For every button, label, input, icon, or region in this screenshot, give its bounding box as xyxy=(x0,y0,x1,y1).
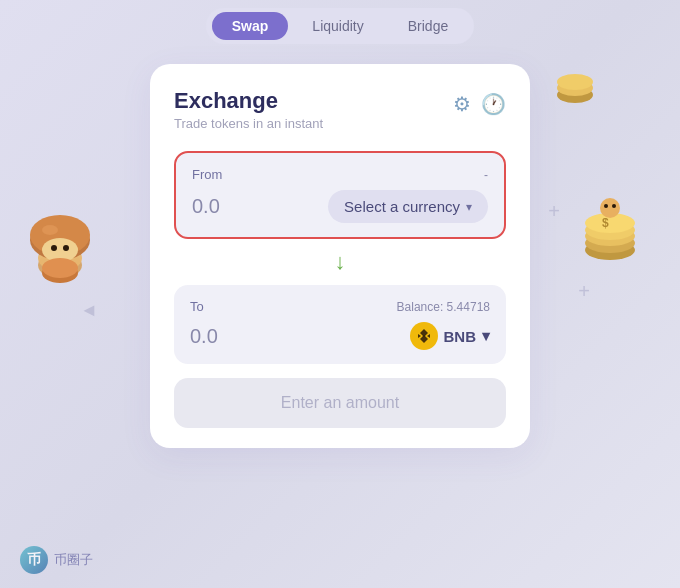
arrow-down-icon: ↓ xyxy=(335,249,346,275)
svg-point-8 xyxy=(42,263,78,283)
bnb-chevron: ▾ xyxy=(482,327,490,345)
card-icons: ⚙ 🕐 xyxy=(453,92,506,116)
svg-point-16 xyxy=(600,198,620,218)
swap-arrow-container: ↓ xyxy=(174,249,506,275)
svg-point-21 xyxy=(557,74,593,90)
svg-point-12 xyxy=(585,226,635,246)
history-icon: 🕐 xyxy=(481,92,506,116)
from-dash: - xyxy=(484,168,488,182)
to-panel: To Balance: 5.44718 0.0 BNB ▾ xyxy=(174,285,506,364)
svg-point-3 xyxy=(30,215,90,255)
svg-point-13 xyxy=(585,220,635,240)
swap-direction-button[interactable]: ↓ xyxy=(335,249,346,275)
from-value: 0.0 xyxy=(192,195,220,218)
svg-point-5 xyxy=(51,245,57,251)
balance-label: Balance: 5.44718 xyxy=(397,300,490,314)
svg-marker-23 xyxy=(420,335,428,343)
settings-icon: ⚙ xyxy=(453,92,471,116)
from-panel: From - 0.0 Select a currency ▾ xyxy=(174,151,506,239)
to-label: To xyxy=(190,299,204,314)
coin-left-deco xyxy=(20,180,100,294)
settings-button[interactable]: ⚙ xyxy=(453,92,471,116)
exchange-card: Exchange Trade tokens in an instant ⚙ 🕐 … xyxy=(150,64,530,448)
bnb-icon xyxy=(410,322,438,350)
svg-point-17 xyxy=(604,204,608,208)
svg-point-20 xyxy=(557,80,593,96)
bnb-label: BNB xyxy=(444,328,477,345)
to-row: 0.0 BNB ▾ xyxy=(190,322,490,350)
svg-point-6 xyxy=(63,245,69,251)
select-currency-label: Select a currency xyxy=(344,198,460,215)
card-subtitle: Trade tokens in an instant xyxy=(174,116,323,131)
card-title: Exchange xyxy=(174,88,323,114)
tab-bridge[interactable]: Bridge xyxy=(388,12,468,40)
arrow-left-deco: ◄ xyxy=(80,300,98,321)
coin-right-deco: $ xyxy=(560,180,650,284)
plus-deco-1: + xyxy=(548,200,560,223)
svg-marker-25 xyxy=(427,334,430,338)
svg-text:$: $ xyxy=(602,216,609,230)
watermark-icon: 币 xyxy=(20,546,48,574)
svg-point-1 xyxy=(38,244,82,272)
svg-point-10 xyxy=(585,240,635,260)
tab-bar: Swap Liquidity Bridge xyxy=(206,8,474,44)
svg-point-19 xyxy=(557,87,593,103)
watermark-text: 币圈子 xyxy=(54,551,93,569)
select-currency-button[interactable]: Select a currency ▾ xyxy=(328,190,488,223)
coin-top-right-deco xyxy=(550,60,600,114)
card-title-group: Exchange Trade tokens in an instant xyxy=(174,88,323,131)
svg-point-11 xyxy=(585,233,635,253)
svg-point-4 xyxy=(42,238,78,262)
from-label: From xyxy=(192,167,222,182)
to-value: 0.0 xyxy=(190,325,218,348)
plus-deco-2: + xyxy=(578,280,590,303)
card-header: Exchange Trade tokens in an instant ⚙ 🕐 xyxy=(174,88,506,131)
token-select-button[interactable]: BNB ▾ xyxy=(410,322,491,350)
app-background: Swap Liquidity Bridge ◄ + + xyxy=(0,0,680,588)
svg-point-18 xyxy=(612,204,616,208)
svg-point-2 xyxy=(30,220,90,260)
svg-point-7 xyxy=(42,225,58,235)
from-row: 0.0 Select a currency ▾ xyxy=(192,190,488,223)
svg-marker-24 xyxy=(418,334,421,338)
tab-swap[interactable]: Swap xyxy=(212,12,289,40)
tab-liquidity[interactable]: Liquidity xyxy=(292,12,383,40)
watermark: 币 币圈子 xyxy=(20,546,93,574)
svg-point-14 xyxy=(585,213,635,233)
svg-point-0 xyxy=(38,251,82,279)
select-currency-chevron: ▾ xyxy=(466,200,472,214)
enter-amount-button[interactable]: Enter an amount xyxy=(174,378,506,428)
history-button[interactable]: 🕐 xyxy=(481,92,506,116)
svg-point-9 xyxy=(42,258,78,278)
